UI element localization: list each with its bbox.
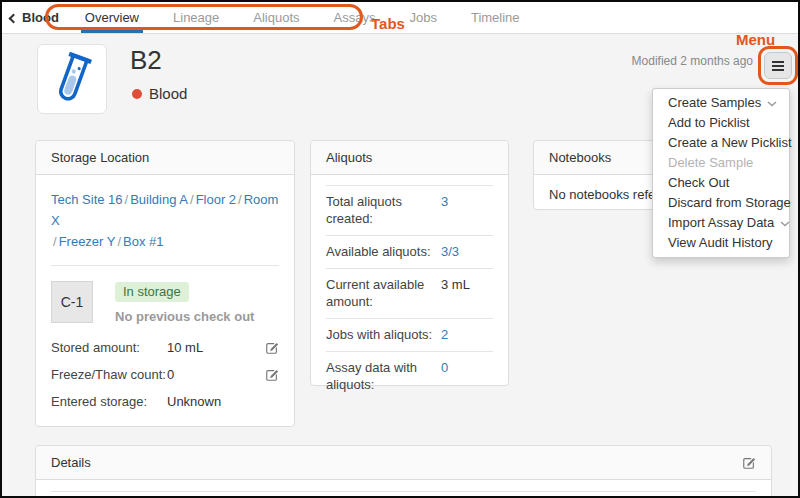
breadcrumb-line-1: Tech Site 16/Building A/Floor 2/Room X [51,189,279,231]
stored-amount-label: Stored amount: [51,340,167,355]
details-title: Details [51,455,91,470]
total-aliquots-value-link[interactable]: 3 [441,193,493,227]
available-aliquots-row: Available aliquots: 3/3 [326,235,493,268]
storage-cell-position[interactable]: C-1 [51,281,93,323]
storage-location-body: Tech Site 16/Building A/Floor 2/Room X /… [36,175,294,433]
notebooks-title: Notebooks [549,150,611,165]
checkout-note: No previous check out [115,309,254,324]
stored-amount-value: 10 mL [167,340,265,355]
edit-stored-amount-icon[interactable] [265,341,279,355]
current-amount-value: 3 mL [441,276,493,310]
menu-annotation-label: Menu [736,31,775,48]
menu-item-add-to-picklist[interactable]: Add to Picklist [653,113,789,133]
menu-item-create-new-picklist[interactable]: Create a New Picklist [653,133,789,153]
entered-storage-row: Entered storage: Unknown [51,394,279,409]
back-link[interactable]: Blood [2,2,69,33]
tab-timeline[interactable]: Timeline [467,2,524,33]
storage-cell-row: C-1 In storage No previous check out [51,281,279,324]
assay-data-label: Assay data with aliquots: [326,359,441,393]
breadcrumb-building-link[interactable]: Building A [130,192,188,207]
tab-overview[interactable]: Overview [81,2,143,33]
breadcrumb-floor-link[interactable]: Floor 2 [196,192,236,207]
jobs-with-aliquots-row: Jobs with aliquots: 2 [326,318,493,351]
freeze-thaw-value: 0 [167,367,265,382]
sample-type-label: Blood [149,85,187,102]
freeze-thaw-row: Freeze/Thaw count: 0 [51,367,279,382]
sample-icon-card [37,44,107,114]
sample-actions-dropdown: Create Samples Add to Picklist Create a … [652,88,790,258]
jobs-with-aliquots-value-link[interactable]: 2 [441,326,493,343]
available-aliquots-value-link[interactable]: 3/3 [441,243,493,260]
edit-freeze-thaw-icon[interactable] [265,368,279,382]
breadcrumb-site-link[interactable]: Tech Site 16 [51,192,123,207]
breadcrumb-line-2: /Freezer Y/Box #1 [51,231,279,252]
tab-aliquots[interactable]: Aliquots [249,2,303,33]
chevron-left-icon [9,13,19,23]
total-aliquots-label: Total aliquots created: [326,193,441,227]
status-badge: In storage [115,282,189,302]
details-table-divider [51,491,756,492]
page-title: B2 [130,45,162,76]
menu-item-view-audit-history[interactable]: View Audit History [653,233,789,253]
tabs-annotation-label: Tabs [371,15,405,32]
menu-item-delete-sample: Delete Sample [653,153,789,173]
menu-item-check-out[interactable]: Check Out [653,173,789,193]
storage-location-header: Storage Location [36,141,294,175]
aliquots-body: Total aliquots created: 3 Available aliq… [311,175,508,409]
sample-type: Blood [132,85,187,102]
storage-location-card: Storage Location Tech Site 16/Building A… [35,140,295,427]
entered-storage-label: Entered storage: [51,394,167,409]
freeze-thaw-label: Freeze/Thaw count: [51,367,167,382]
edit-details-icon[interactable] [742,456,756,470]
storage-status: In storage No previous check out [115,281,254,324]
sample-overview-screen: Blood Overview Lineage Aliquots Assays J… [0,0,800,498]
tab-list: Overview Lineage Aliquots Assays Jobs Ti… [81,2,550,33]
details-body [36,480,771,492]
details-header: Details [36,446,771,480]
current-amount-row: Current available amount: 3 mL [326,268,493,318]
tab-lineage[interactable]: Lineage [169,2,223,33]
jobs-with-aliquots-label: Jobs with aliquots: [326,326,441,343]
menu-item-import-assay-data[interactable]: Import Assay Data [653,213,789,233]
sample-actions-menu-button[interactable] [764,52,792,79]
menu-item-create-samples[interactable]: Create Samples [653,93,789,113]
aliquots-card: Aliquots Total aliquots created: 3 Avail… [310,140,509,386]
current-amount-label: Current available amount: [326,276,441,310]
breadcrumb-freezer-link[interactable]: Freezer Y [59,234,116,249]
menu-item-discard-from-storage[interactable]: Discard from Storage [653,193,789,213]
tab-jobs[interactable]: Jobs [405,2,440,33]
chevron-down-icon [767,96,777,110]
storage-divider [51,265,279,266]
modified-timestamp: Modified 2 months ago [632,54,753,68]
storage-location-title: Storage Location [51,150,149,165]
assay-data-value-link[interactable]: 0 [441,359,493,393]
test-tube-icon [43,48,101,110]
breadcrumb-box-link[interactable]: Box #1 [123,234,163,249]
aliquots-title: Aliquots [326,150,372,165]
sample-type-dot-icon [132,89,142,99]
available-aliquots-label: Available aliquots: [326,243,441,260]
entered-storage-value: Unknown [167,394,279,409]
total-aliquots-row: Total aliquots created: 3 [326,185,493,235]
storage-breadcrumb: Tech Site 16/Building A/Floor 2/Room X /… [51,189,279,252]
chevron-down-icon [780,216,790,230]
aliquots-header: Aliquots [311,141,508,175]
stored-amount-row: Stored amount: 10 mL [51,340,279,355]
details-card: Details [35,445,772,498]
back-link-label: Blood [22,10,59,25]
assay-data-row: Assay data with aliquots: 0 [326,351,493,401]
hamburger-icon [772,61,784,63]
